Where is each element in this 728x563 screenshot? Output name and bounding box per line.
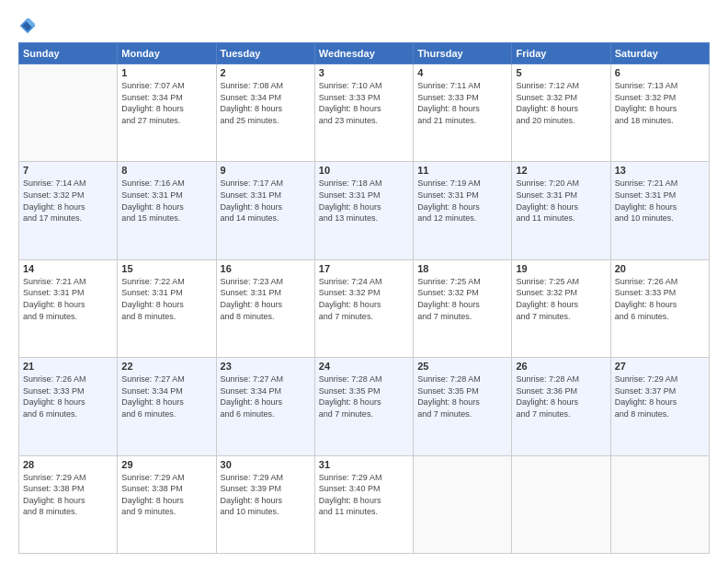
calendar-day-cell: 31Sunrise: 7:29 AMSunset: 3:40 PMDayligh… <box>314 455 413 553</box>
day-number: 21 <box>23 361 113 372</box>
day-number: 4 <box>417 67 507 78</box>
day-detail: Sunrise: 7:28 AMSunset: 3:35 PMDaylight:… <box>319 373 409 419</box>
day-number: 2 <box>221 67 311 78</box>
day-detail: Sunrise: 7:12 AMSunset: 3:32 PMDaylight:… <box>516 80 606 126</box>
day-detail: Sunrise: 7:14 AMSunset: 3:32 PMDaylight:… <box>23 178 113 224</box>
calendar-day-cell: 28Sunrise: 7:29 AMSunset: 3:38 PMDayligh… <box>19 455 118 553</box>
weekday-header: Tuesday <box>216 43 314 64</box>
day-number: 1 <box>121 67 211 78</box>
day-detail: Sunrise: 7:21 AMSunset: 3:31 PMDaylight:… <box>615 178 705 224</box>
day-number: 9 <box>221 165 311 176</box>
calendar-day-cell: 11Sunrise: 7:19 AMSunset: 3:31 PMDayligh… <box>414 162 512 259</box>
calendar-day-cell: 4Sunrise: 7:11 AMSunset: 3:33 PMDaylight… <box>414 64 512 162</box>
calendar-day-cell: 7Sunrise: 7:14 AMSunset: 3:32 PMDaylight… <box>19 162 118 259</box>
day-number: 24 <box>319 361 409 372</box>
calendar-week-row: 1Sunrise: 7:07 AMSunset: 3:34 PMDaylight… <box>19 64 710 162</box>
day-number: 23 <box>221 361 311 372</box>
calendar-week-row: 28Sunrise: 7:29 AMSunset: 3:38 PMDayligh… <box>19 455 710 553</box>
day-detail: Sunrise: 7:25 AMSunset: 3:32 PMDaylight:… <box>417 276 507 322</box>
calendar-week-row: 14Sunrise: 7:21 AMSunset: 3:31 PMDayligh… <box>19 259 710 357</box>
day-number: 10 <box>319 165 409 176</box>
day-detail: Sunrise: 7:28 AMSunset: 3:35 PMDaylight:… <box>417 373 507 419</box>
day-detail: Sunrise: 7:27 AMSunset: 3:34 PMDaylight:… <box>221 373 311 419</box>
day-detail: Sunrise: 7:29 AMSunset: 3:40 PMDaylight:… <box>319 472 409 518</box>
calendar-day-cell: 24Sunrise: 7:28 AMSunset: 3:35 PMDayligh… <box>314 358 413 455</box>
calendar-day-cell <box>19 64 118 162</box>
day-detail: Sunrise: 7:29 AMSunset: 3:37 PMDaylight:… <box>615 373 705 419</box>
calendar-day-cell: 3Sunrise: 7:10 AMSunset: 3:33 PMDaylight… <box>314 64 413 162</box>
calendar-table: SundayMondayTuesdayWednesdayThursdayFrid… <box>18 42 710 554</box>
day-detail: Sunrise: 7:07 AMSunset: 3:34 PMDaylight:… <box>121 80 211 126</box>
weekday-header: Sunday <box>19 43 118 64</box>
day-detail: Sunrise: 7:28 AMSunset: 3:36 PMDaylight:… <box>516 373 606 419</box>
calendar-day-cell: 9Sunrise: 7:17 AMSunset: 3:31 PMDaylight… <box>216 162 314 259</box>
day-detail: Sunrise: 7:10 AMSunset: 3:33 PMDaylight:… <box>319 80 409 126</box>
day-number: 27 <box>615 361 705 372</box>
day-detail: Sunrise: 7:23 AMSunset: 3:31 PMDaylight:… <box>221 276 311 322</box>
calendar-day-cell: 14Sunrise: 7:21 AMSunset: 3:31 PMDayligh… <box>19 259 118 357</box>
calendar-day-cell: 29Sunrise: 7:29 AMSunset: 3:38 PMDayligh… <box>118 455 216 553</box>
day-number: 12 <box>516 165 606 176</box>
day-number: 16 <box>221 263 311 274</box>
weekday-header: Thursday <box>414 43 512 64</box>
calendar-day-cell: 23Sunrise: 7:27 AMSunset: 3:34 PMDayligh… <box>216 358 314 455</box>
calendar-day-cell: 19Sunrise: 7:25 AMSunset: 3:32 PMDayligh… <box>512 259 610 357</box>
day-number: 6 <box>615 67 705 78</box>
calendar-day-cell: 26Sunrise: 7:28 AMSunset: 3:36 PMDayligh… <box>512 358 610 455</box>
weekday-header: Monday <box>118 43 216 64</box>
day-detail: Sunrise: 7:26 AMSunset: 3:33 PMDaylight:… <box>23 373 113 419</box>
day-number: 25 <box>417 361 507 372</box>
calendar-body: 1Sunrise: 7:07 AMSunset: 3:34 PMDaylight… <box>19 64 710 554</box>
day-number: 19 <box>516 263 606 274</box>
day-detail: Sunrise: 7:18 AMSunset: 3:31 PMDaylight:… <box>319 178 409 224</box>
day-detail: Sunrise: 7:24 AMSunset: 3:32 PMDaylight:… <box>319 276 409 322</box>
day-number: 13 <box>615 165 705 176</box>
weekday-header: Friday <box>512 43 610 64</box>
calendar-day-cell: 22Sunrise: 7:27 AMSunset: 3:34 PMDayligh… <box>118 358 216 455</box>
day-detail: Sunrise: 7:29 AMSunset: 3:38 PMDaylight:… <box>23 472 113 518</box>
day-number: 20 <box>615 263 705 274</box>
calendar-day-cell: 25Sunrise: 7:28 AMSunset: 3:35 PMDayligh… <box>414 358 512 455</box>
day-detail: Sunrise: 7:26 AMSunset: 3:33 PMDaylight:… <box>615 276 705 322</box>
page: SundayMondayTuesdayWednesdayThursdayFrid… <box>0 0 728 563</box>
day-number: 31 <box>319 459 409 470</box>
calendar-day-cell: 30Sunrise: 7:29 AMSunset: 3:39 PMDayligh… <box>216 455 314 553</box>
calendar-day-cell: 16Sunrise: 7:23 AMSunset: 3:31 PMDayligh… <box>216 259 314 357</box>
day-number: 3 <box>319 67 409 78</box>
calendar-day-cell: 18Sunrise: 7:25 AMSunset: 3:32 PMDayligh… <box>414 259 512 357</box>
logo-icon <box>18 17 37 35</box>
day-number: 11 <box>417 165 507 176</box>
day-detail: Sunrise: 7:17 AMSunset: 3:31 PMDaylight:… <box>221 178 311 224</box>
day-number: 17 <box>319 263 409 274</box>
calendar-day-cell: 12Sunrise: 7:20 AMSunset: 3:31 PMDayligh… <box>512 162 610 259</box>
calendar-day-cell: 21Sunrise: 7:26 AMSunset: 3:33 PMDayligh… <box>19 358 118 455</box>
day-detail: Sunrise: 7:29 AMSunset: 3:38 PMDaylight:… <box>121 472 211 518</box>
calendar-day-cell: 5Sunrise: 7:12 AMSunset: 3:32 PMDaylight… <box>512 64 610 162</box>
calendar-day-cell: 13Sunrise: 7:21 AMSunset: 3:31 PMDayligh… <box>610 162 709 259</box>
day-number: 28 <box>23 459 113 470</box>
weekday-header: Wednesday <box>314 43 413 64</box>
calendar-day-cell: 27Sunrise: 7:29 AMSunset: 3:37 PMDayligh… <box>610 358 709 455</box>
day-number: 26 <box>516 361 606 372</box>
day-number: 18 <box>417 263 507 274</box>
day-detail: Sunrise: 7:25 AMSunset: 3:32 PMDaylight:… <box>516 276 606 322</box>
day-detail: Sunrise: 7:29 AMSunset: 3:39 PMDaylight:… <box>221 472 311 518</box>
day-detail: Sunrise: 7:11 AMSunset: 3:33 PMDaylight:… <box>417 80 507 126</box>
day-detail: Sunrise: 7:19 AMSunset: 3:31 PMDaylight:… <box>417 178 507 224</box>
calendar-day-cell: 1Sunrise: 7:07 AMSunset: 3:34 PMDaylight… <box>118 64 216 162</box>
day-number: 30 <box>221 459 311 470</box>
day-detail: Sunrise: 7:16 AMSunset: 3:31 PMDaylight:… <box>121 178 211 224</box>
calendar-day-cell: 17Sunrise: 7:24 AMSunset: 3:32 PMDayligh… <box>314 259 413 357</box>
calendar-day-cell: 20Sunrise: 7:26 AMSunset: 3:33 PMDayligh… <box>610 259 709 357</box>
calendar-day-cell: 8Sunrise: 7:16 AMSunset: 3:31 PMDaylight… <box>118 162 216 259</box>
day-detail: Sunrise: 7:13 AMSunset: 3:32 PMDaylight:… <box>615 80 705 126</box>
header <box>18 17 710 35</box>
day-detail: Sunrise: 7:20 AMSunset: 3:31 PMDaylight:… <box>516 178 606 224</box>
day-number: 22 <box>121 361 211 372</box>
weekday-header: Saturday <box>610 43 709 64</box>
calendar-day-cell <box>610 455 709 553</box>
calendar-week-row: 21Sunrise: 7:26 AMSunset: 3:33 PMDayligh… <box>19 358 710 455</box>
calendar-day-cell: 15Sunrise: 7:22 AMSunset: 3:31 PMDayligh… <box>118 259 216 357</box>
calendar-header-row: SundayMondayTuesdayWednesdayThursdayFrid… <box>19 43 710 64</box>
day-number: 5 <box>516 67 606 78</box>
